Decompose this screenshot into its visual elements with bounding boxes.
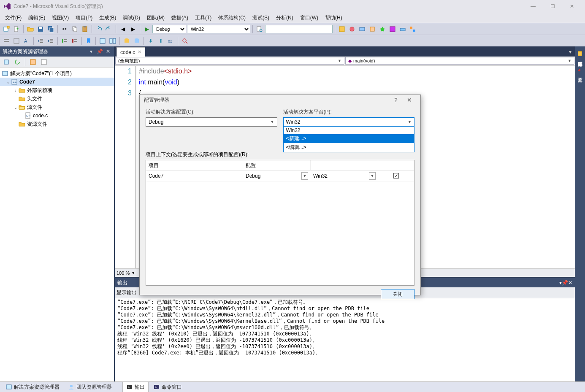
expand-icon[interactable]: ⌄ [5, 80, 11, 84]
menu-item[interactable]: 数据(A) [168, 13, 192, 23]
tb-icon-7[interactable] [398, 24, 407, 34]
active-config-combo[interactable]: Debug▼ [146, 117, 277, 127]
tb2-hex-button[interactable]: 0x [166, 36, 176, 46]
close-button[interactable]: ✕ [562, 0, 582, 13]
sol-showall-button[interactable] [28, 57, 38, 67]
col-build[interactable] [378, 160, 414, 170]
tree-ext-folder[interactable]: › 外部依赖项 [0, 86, 114, 95]
tb2-icon-1[interactable] [2, 36, 11, 46]
row-platform-combo[interactable]: ▼ [369, 172, 376, 180]
minimize-button[interactable]: ― [523, 0, 543, 13]
save-all-button[interactable] [46, 24, 55, 34]
menu-item[interactable]: 测试(S) [249, 13, 273, 23]
panel-pin-icon[interactable]: 📌 [96, 48, 103, 55]
solution-tree[interactable]: 解决方案"Code7"(1 个项目) ⌄ ++ Code7 › 外部依赖项 头文… [0, 68, 114, 381]
expand-icon[interactable]: ⌄ [13, 105, 19, 110]
new-project-button[interactable] [2, 24, 11, 34]
menu-item[interactable]: 文件(F) [2, 13, 25, 23]
open-button[interactable] [26, 24, 35, 34]
tree-solution-node[interactable]: 解决方案"Code7"(1 个项目) [0, 69, 114, 78]
sol-props-button[interactable] [39, 57, 49, 67]
menu-item[interactable]: 团队(M) [144, 13, 168, 23]
platform-option[interactable]: Win32 [284, 127, 414, 134]
config-combo[interactable]: Debug [152, 25, 186, 33]
tb2-icon-2[interactable] [12, 36, 21, 46]
copy-button[interactable] [70, 24, 79, 34]
add-item-button[interactable]: + [12, 24, 21, 34]
platform-option[interactable]: <新建...> [284, 134, 414, 143]
sol-home-button[interactable] [2, 57, 11, 67]
menu-item[interactable]: 工具(T) [192, 13, 215, 23]
tab-dropdown-icon[interactable]: ▾ [566, 47, 575, 57]
tb-icon-3[interactable] [358, 24, 367, 34]
menu-item[interactable]: 体系结构(C) [215, 13, 249, 23]
redo-button[interactable] [104, 24, 114, 34]
row-config-combo[interactable]: ▼ [301, 172, 308, 180]
row-build-checkbox[interactable]: ✓ [393, 173, 399, 178]
tb-icon-6[interactable] [388, 24, 397, 34]
search-box[interactable] [265, 25, 333, 33]
col-platform[interactable] [311, 160, 378, 170]
col-project[interactable]: 项目 [146, 160, 243, 170]
tb-icon-1[interactable] [337, 24, 347, 34]
menu-item[interactable]: 分析(N) [273, 13, 297, 23]
start-button[interactable]: ▶ [142, 24, 152, 34]
btab-command[interactable]: >_命令窗口 [149, 382, 186, 392]
dialog-close-button[interactable]: ✕ [403, 95, 416, 105]
grid-row[interactable]: Code7 Debug▼ Win32▼ ✓ [146, 170, 414, 181]
tb-icon-8[interactable] [408, 24, 417, 34]
tb2-arrow1-button[interactable]: ⬇ [146, 36, 155, 46]
zoom-level[interactable]: 100 % [116, 270, 130, 276]
bookmark-button[interactable] [84, 36, 93, 46]
uncomment-button[interactable] [70, 36, 79, 46]
member-combo[interactable]: ◆main(void)▼ [345, 57, 574, 65]
indent-inc-button[interactable] [46, 36, 55, 46]
active-platform-combo[interactable]: Win32▼ Win32<新建...><编辑...> [283, 117, 415, 127]
btab-solution[interactable]: 解决方案资源管理器 [2, 382, 63, 392]
tree-file-codec[interactable]: C++ code.c [0, 111, 114, 120]
tb-icon-4[interactable] [368, 24, 377, 34]
tab-close-icon[interactable]: ✕ [138, 49, 141, 55]
tree-hdr-folder[interactable]: 头文件 [0, 95, 114, 103]
dialog-close-action-button[interactable]: 关闭 [381, 289, 414, 299]
tb2-win2-button[interactable] [108, 36, 117, 46]
tree-project-node[interactable]: ⌄ ++ Code7 [0, 78, 114, 86]
editor-tab-codec[interactable]: code.c ✕ [116, 47, 145, 57]
output-pin-icon[interactable]: 📌 [562, 280, 568, 286]
col-config[interactable]: 配置 [243, 160, 311, 170]
tb2-arrow2-button[interactable]: ⬆ [156, 36, 165, 46]
tb2-mag-button[interactable] [180, 36, 190, 46]
expand-icon[interactable]: › [13, 88, 19, 93]
zoom-dropdown-icon[interactable]: ▼ [131, 271, 135, 275]
nav-fwd-button[interactable]: ▶ [128, 24, 138, 34]
cut-button[interactable]: ✂ [60, 24, 69, 34]
tree-src-folder[interactable]: ⌄ 源文件 [0, 103, 114, 111]
menu-item[interactable]: 帮助(H) [322, 13, 346, 23]
menu-item[interactable]: 视图(V) [49, 13, 72, 23]
tb-icon-5[interactable] [378, 24, 387, 34]
tb2-db1-button[interactable] [122, 36, 131, 46]
btab-output[interactable]: >输出 [122, 382, 149, 392]
sol-refresh-button[interactable] [13, 57, 22, 67]
tb2-icon-3[interactable]: A [22, 36, 31, 46]
maximize-button[interactable]: ☐ [543, 0, 562, 13]
menu-item[interactable]: 编辑(E) [25, 13, 49, 23]
nav-back-button[interactable]: ◀ [118, 24, 127, 34]
paste-button[interactable] [80, 24, 89, 34]
panel-close-icon[interactable]: ✕ [105, 48, 111, 55]
output-text[interactable]: “Code7.exe”: 已加载“E:\NCRE C\Code7\Debug\C… [115, 298, 575, 381]
platform-option[interactable]: <编辑...> [284, 143, 414, 152]
dialog-help-button[interactable]: ? [389, 95, 403, 105]
save-button[interactable] [36, 24, 45, 34]
menu-item[interactable]: 生成(B) [96, 13, 119, 23]
platform-combo[interactable]: Win32 [187, 25, 250, 33]
panel-dropdown-icon[interactable]: ▾ [88, 48, 95, 55]
rail-server-explorer[interactable]: 服务器资源管理器 [576, 48, 584, 61]
btab-team[interactable]: 团队资源管理器 [64, 382, 116, 392]
indent-dec-button[interactable] [36, 36, 45, 46]
scope-combo[interactable]: (全局范围)▼ [115, 57, 344, 65]
undo-button[interactable] [94, 24, 103, 34]
tb2-db2-button[interactable] [132, 36, 141, 46]
tree-res-folder[interactable]: 资源文件 [0, 120, 114, 128]
menu-item[interactable]: 调试(D) [119, 13, 144, 23]
